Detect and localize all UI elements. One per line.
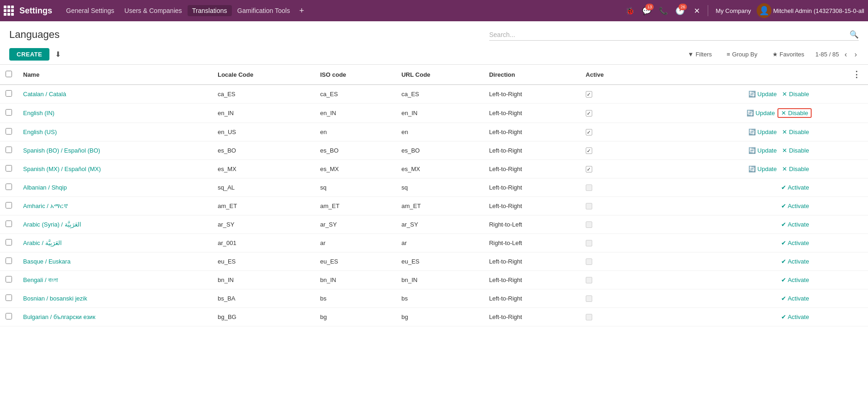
disable-button[interactable]: ✕ Disable [777, 108, 812, 118]
active-checkbox[interactable] [586, 314, 592, 320]
activate-button[interactable]: ✔ Activate [778, 313, 812, 321]
row-actions: 🔄 Update✕ Disable [644, 160, 818, 178]
row-checkbox-4[interactable] [6, 165, 12, 172]
update-button[interactable]: 🔄 Update [746, 90, 780, 98]
direction: Left-to-Right [484, 141, 580, 160]
select-all-header[interactable] [0, 65, 18, 85]
search-icon[interactable]: 🔍 [850, 30, 859, 39]
col-locale[interactable]: Locale Code [212, 65, 315, 85]
language-name-link[interactable]: Spanish (MX) / Español (MX) [23, 166, 101, 172]
col-direction[interactable]: Direction [484, 65, 580, 85]
language-name-link[interactable]: English (IN) [23, 110, 55, 117]
language-name-link[interactable]: English (US) [23, 129, 57, 135]
bug-icon-btn[interactable]: 🐞 [623, 3, 637, 18]
active-checkbox[interactable] [586, 221, 592, 228]
locale-code: en_IN [212, 104, 315, 123]
col-name[interactable]: Name [18, 65, 212, 85]
update-button[interactable]: 🔄 Update [746, 165, 780, 173]
update-button[interactable]: 🔄 Update [746, 146, 780, 155]
row-actions: ✔ Activate [644, 215, 818, 234]
column-settings-icon[interactable]: ⋮ [850, 68, 862, 81]
active-checkbox[interactable]: ✓ [586, 166, 592, 172]
col-active[interactable]: Active [580, 65, 644, 85]
disable-button[interactable]: ✕ Disable [779, 128, 812, 136]
language-name-link[interactable]: Bulgarian / български език [23, 313, 95, 320]
chat-badge: 13 [645, 4, 654, 10]
row-checkbox-0[interactable] [6, 90, 12, 97]
active-checkbox[interactable]: ✓ [586, 129, 592, 135]
language-name-link[interactable]: Arabic (Syria) / العَرَبِيَّة [23, 221, 81, 228]
language-name-link[interactable]: Amharic / አማርኛ [23, 202, 68, 209]
search-input[interactable] [489, 29, 850, 40]
activate-button[interactable]: ✔ Activate [778, 239, 812, 247]
update-button[interactable]: 🔄 Update [744, 109, 778, 117]
active-checkbox[interactable] [586, 240, 592, 246]
create-button[interactable]: CREATE [9, 48, 49, 61]
nav-gamification-tools[interactable]: Gamification Tools [233, 5, 295, 16]
activate-button[interactable]: ✔ Activate [778, 276, 812, 284]
phone-icon-btn[interactable]: 📞 [656, 3, 671, 18]
apps-grid-icon[interactable] [4, 6, 14, 16]
active-checkbox[interactable] [586, 295, 592, 302]
active-checkbox[interactable] [586, 203, 592, 209]
row-checkbox-12[interactable] [6, 313, 12, 319]
active-checkbox[interactable]: ✓ [586, 91, 592, 98]
col-iso[interactable]: ISO code [315, 65, 396, 85]
avatar[interactable]: 👤 [757, 3, 771, 18]
clock-icon-btn[interactable]: 🕐 26 [673, 3, 687, 18]
filters-button[interactable]: ▼ Filters [684, 49, 716, 60]
row-checkbox-5[interactable] [6, 184, 12, 190]
activate-button[interactable]: ✔ Activate [778, 220, 812, 229]
nav-users-companies[interactable]: Users & Companies [120, 5, 187, 16]
username-label[interactable]: Mitchell Admin (14327308-15-0-all [773, 7, 864, 14]
update-button[interactable]: 🔄 Update [746, 128, 780, 136]
row-checkbox-1[interactable] [6, 109, 12, 116]
pagination-next[interactable]: › [853, 49, 859, 60]
groupby-button[interactable]: ≡ Group By [723, 49, 761, 60]
row-kebab-cell [817, 234, 868, 252]
active-checkbox[interactable]: ✓ [586, 147, 592, 154]
activate-button[interactable]: ✔ Activate [778, 183, 812, 192]
disable-button[interactable]: ✕ Disable [779, 165, 812, 173]
disable-button[interactable]: ✕ Disable [779, 146, 812, 155]
nav-add-button[interactable]: + [296, 5, 308, 17]
pagination-prev[interactable]: ‹ [843, 49, 849, 60]
language-name-link[interactable]: Basque / Euskara [23, 258, 71, 265]
row-checkbox-6[interactable] [6, 202, 12, 209]
iso-code: ca_ES [315, 85, 396, 104]
language-name-link[interactable]: Albanian / Shqip [23, 184, 67, 191]
row-checkbox-7[interactable] [6, 221, 12, 227]
col-url[interactable]: URL Code [396, 65, 484, 85]
nav-translations[interactable]: Translations [188, 5, 232, 16]
favorites-button[interactable]: ★ Favorites [769, 49, 808, 60]
language-name-link[interactable]: Arabic / العَرَبِيَّة [23, 239, 62, 246]
row-checkbox-10[interactable] [6, 276, 12, 282]
language-name-link[interactable]: Bengali / বাংলা [23, 276, 58, 283]
active-checkbox[interactable]: ✓ [586, 110, 592, 117]
close-icon-btn[interactable]: ✕ [689, 3, 704, 18]
nav-general-settings[interactable]: General Settings [61, 5, 119, 16]
row-actions: ✔ Activate [644, 271, 818, 289]
row-checkbox-3[interactable] [6, 147, 12, 153]
disable-button[interactable]: ✕ Disable [779, 90, 812, 98]
active-checkbox[interactable] [586, 184, 592, 191]
company-switcher[interactable]: My Company [712, 6, 755, 16]
activate-button[interactable]: ✔ Activate [778, 294, 812, 303]
row-checkbox-2[interactable] [6, 128, 12, 135]
select-all-checkbox[interactable] [6, 71, 12, 77]
row-checkbox-8[interactable] [6, 239, 12, 245]
download-icon-btn[interactable]: ⬇ [53, 48, 63, 61]
activate-button[interactable]: ✔ Activate [778, 257, 812, 266]
toolbar-right: ▼ Filters ≡ Group By ★ Favorites 1-85 / … [684, 49, 859, 60]
direction: Left-to-Right [484, 85, 580, 104]
language-name-link[interactable]: Bosnian / bosanski jezik [23, 295, 87, 302]
language-name-link[interactable]: Catalan / Català [23, 91, 66, 98]
table-header-row: Name Locale Code ISO code URL Code Direc… [0, 65, 868, 85]
row-checkbox-9[interactable] [6, 258, 12, 264]
chat-icon-btn[interactable]: 💬 13 [639, 3, 654, 18]
active-checkbox[interactable] [586, 277, 592, 283]
row-checkbox-11[interactable] [6, 294, 12, 301]
activate-button[interactable]: ✔ Activate [778, 202, 812, 210]
language-name-link[interactable]: Spanish (BO) / Español (BO) [23, 147, 100, 154]
active-checkbox[interactable] [586, 258, 592, 265]
